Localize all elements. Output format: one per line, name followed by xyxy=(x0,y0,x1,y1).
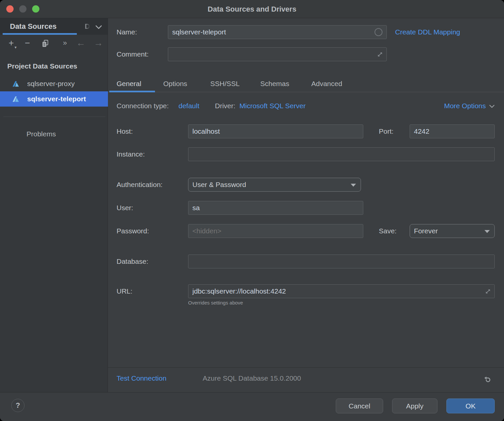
url-fieldbox xyxy=(188,284,495,298)
sidebar-divider xyxy=(3,117,105,117)
bottom-bar: ? Cancel Apply OK xyxy=(0,392,504,421)
comment-input[interactable] xyxy=(168,48,386,61)
host-label: Host: xyxy=(117,124,133,138)
name-input[interactable] xyxy=(168,25,386,39)
dropdown-caret-icon xyxy=(484,230,490,233)
apply-button[interactable]: Apply xyxy=(392,398,437,413)
password-input[interactable] xyxy=(188,224,363,238)
add-data-source-button[interactable]: +▾ xyxy=(7,38,16,49)
comment-label: Comment: xyxy=(117,47,149,61)
more-options-label: More Options xyxy=(444,102,486,110)
name-label: Name: xyxy=(117,25,137,39)
user-label: User: xyxy=(117,201,133,215)
url-caption: Overrides settings above xyxy=(188,300,243,305)
ok-button[interactable]: OK xyxy=(446,398,495,413)
tabs-separator xyxy=(108,92,504,92)
test-connection-link[interactable]: Test Connection xyxy=(117,371,167,386)
expand-editor-icon[interactable] xyxy=(377,51,383,59)
active-tab-underline xyxy=(109,91,155,92)
user-input[interactable] xyxy=(188,201,363,215)
name-fieldbox xyxy=(168,25,387,39)
port-label: Port: xyxy=(379,124,393,138)
dropdown-caret-icon xyxy=(351,184,356,187)
save-value: Forever xyxy=(414,227,438,235)
sidebar-item-sqlserver-teleport[interactable]: sqlserver-teleport xyxy=(0,91,108,107)
authentication-label: Authentication: xyxy=(117,178,163,192)
tab-schemas[interactable]: Schemas xyxy=(260,77,289,90)
chevron-down-icon[interactable] xyxy=(95,25,102,31)
database-label: Database: xyxy=(117,255,148,268)
problems-label: Problems xyxy=(26,126,56,142)
sidebar-toolbar: +▾ − » ← → xyxy=(0,35,108,55)
save-select[interactable]: Forever xyxy=(410,224,495,238)
authentication-value: User & Password xyxy=(192,181,246,188)
instance-input[interactable] xyxy=(188,147,495,161)
remove-data-source-button[interactable]: − xyxy=(23,38,32,49)
instance-label: Instance: xyxy=(117,147,145,161)
azure-icon xyxy=(12,95,20,104)
password-label: Password: xyxy=(117,224,149,238)
comment-fieldbox xyxy=(168,47,387,61)
sidebar: Data Sources D +▾ − » ← → xyxy=(0,18,108,392)
more-options-link[interactable]: More Options xyxy=(444,99,495,113)
authentication-select[interactable]: User & Password xyxy=(188,178,361,192)
cancel-button[interactable]: Cancel xyxy=(336,398,383,413)
tab-drivers-clipped[interactable]: D xyxy=(85,18,90,35)
tab-general[interactable]: General xyxy=(117,77,141,90)
back-arrow-icon[interactable]: ← xyxy=(76,38,85,49)
sidebar-item-sqlserver-proxy[interactable]: sqlserver-proxy xyxy=(0,76,108,91)
tab-data-sources[interactable]: Data Sources xyxy=(10,18,57,35)
driver-value-link[interactable]: Microsoft SQL Server xyxy=(239,99,306,113)
window-title: Data Sources and Drivers xyxy=(0,0,504,18)
expand-editor-icon[interactable] xyxy=(485,288,491,296)
project-data-sources-header: Project Data Sources xyxy=(7,62,77,71)
data-sources-dialog: Data Sources and Drivers Data Sources D … xyxy=(0,0,504,421)
url-input[interactable] xyxy=(188,285,494,298)
settings-tabs: General Options SSH/SSL Schemas Advanced xyxy=(108,74,504,93)
main-panel: Name: Create DDL Mapping Comment: Genera… xyxy=(108,18,504,392)
dialog-buttons: Cancel Apply OK xyxy=(336,398,495,413)
sidebar-tab-strip: Data Sources D xyxy=(0,18,108,35)
connection-row: Connection type: default Driver: Microso… xyxy=(108,99,504,113)
forward-arrow-icon[interactable]: → xyxy=(94,38,102,49)
help-button[interactable]: ? xyxy=(11,399,25,412)
tab-advanced[interactable]: Advanced xyxy=(311,77,342,90)
add-dropdown-caret-icon: ▾ xyxy=(15,46,17,49)
save-label: Save: xyxy=(379,224,397,238)
chevron-down-icon xyxy=(489,105,495,108)
sidebar-item-problems[interactable]: Problems xyxy=(0,126,108,142)
title-bar: Data Sources and Drivers xyxy=(0,0,504,18)
test-connection-row: Test Connection Azure SQL Database 15.0.… xyxy=(108,371,504,386)
show-more-actions-icon[interactable]: » xyxy=(61,38,69,49)
connection-type-value-link[interactable]: default xyxy=(178,99,199,113)
footer-separator xyxy=(108,367,504,368)
connection-type-label: Connection type: xyxy=(117,99,169,113)
sidebar-item-label: sqlserver-teleport xyxy=(27,91,86,107)
color-tag-icon[interactable] xyxy=(375,28,382,36)
create-ddl-mapping-link[interactable]: Create DDL Mapping xyxy=(395,25,460,39)
azure-icon xyxy=(12,80,20,89)
duplicate-icon[interactable] xyxy=(41,38,50,49)
tab-ssh-ssl[interactable]: SSH/SSL xyxy=(210,77,240,90)
connection-status-text: Azure SQL Database 15.0.2000 xyxy=(203,371,301,386)
revert-icon[interactable] xyxy=(483,374,491,389)
sidebar-item-label: sqlserver-proxy xyxy=(27,76,75,91)
host-input[interactable] xyxy=(188,124,363,138)
database-input[interactable] xyxy=(188,255,495,268)
url-label: URL: xyxy=(117,284,132,298)
driver-label: Driver: xyxy=(215,99,235,113)
port-input[interactable] xyxy=(410,124,495,138)
tab-options[interactable]: Options xyxy=(163,77,187,90)
